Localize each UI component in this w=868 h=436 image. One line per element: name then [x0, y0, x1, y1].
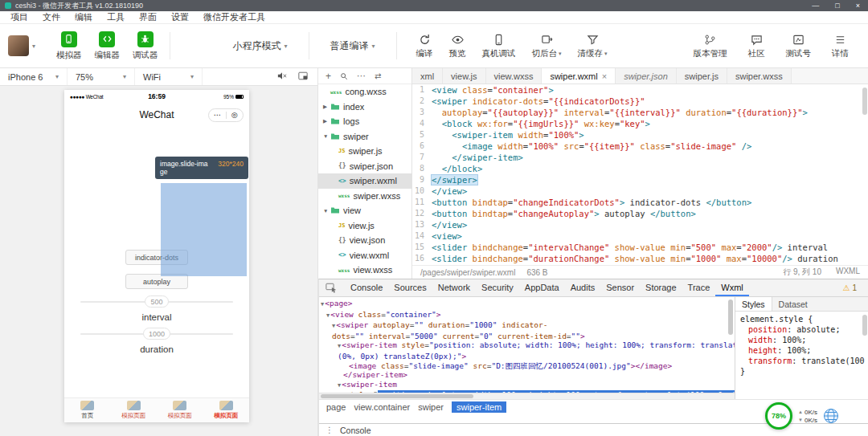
- devtools-tab-console[interactable]: Console: [345, 279, 388, 296]
- wxml-node-line-1[interactable]: ▼<page>: [319, 299, 735, 310]
- search-icon[interactable]: [340, 72, 348, 80]
- devtools-tab-appdata[interactable]: AppData: [519, 279, 565, 296]
- warning-indicator[interactable]: ⚠ 1: [842, 283, 863, 292]
- devtools-tab-security[interactable]: Security: [476, 279, 519, 296]
- inspect-element-icon[interactable]: [326, 283, 338, 294]
- mute-icon[interactable]: [277, 71, 287, 82]
- tree-hscrollbar[interactable]: [319, 393, 735, 399]
- maximize-button[interactable]: □: [835, 2, 839, 10]
- css-selector[interactable]: element.style {: [740, 314, 863, 324]
- file-view.wxss[interactable]: wxssview.wxss: [318, 263, 411, 278]
- network-select[interactable]: WiFi ▾: [135, 68, 203, 85]
- action-community[interactable]: 社区: [748, 33, 765, 59]
- editor-tab-view.js[interactable]: view.js: [443, 68, 485, 84]
- wxml-node-line-5[interactable]: ▼<swiper-item style="position: absolute;…: [319, 340, 735, 352]
- editor-tab-xml[interactable]: xml: [412, 68, 443, 84]
- breadcrumb-view.container[interactable]: view.container: [354, 402, 410, 412]
- file-cong.wxss[interactable]: wxsscong.wxss: [318, 84, 411, 100]
- toggle-debugger[interactable]: 调试器: [133, 31, 158, 61]
- editor-tab-view.wxss[interactable]: view.wxss: [486, 68, 542, 84]
- code-line[interactable]: 1<view class="container">: [412, 84, 862, 96]
- code-line[interactable]: 8 </block>: [412, 163, 862, 174]
- language-mode[interactable]: WXML: [836, 267, 860, 278]
- collapse-icon[interactable]: ⇄: [375, 72, 381, 80]
- wxml-node-line-4[interactable]: dots="" interval="5000" current="0" curr…: [319, 332, 735, 341]
- file-swiper.js[interactable]: JSswiper.js: [318, 144, 411, 159]
- file-view.wxml[interactable]: <>view.wxml: [318, 248, 411, 263]
- wxml-node-line-9[interactable]: ▼<swiper-item: [319, 380, 735, 391]
- code-line[interactable]: 15<slider bindchange="intervalChange" sh…: [412, 242, 862, 253]
- close-button[interactable]: ×: [856, 2, 860, 10]
- code-area[interactable]: 1<view class="container">2<swiper indica…: [412, 84, 862, 265]
- styles-tab-dataset[interactable]: Dataset: [772, 297, 814, 311]
- menubar-item-2[interactable]: 文件: [35, 11, 68, 23]
- more-icon[interactable]: ⋯: [357, 71, 366, 80]
- css-property[interactable]: transform: translate(100: [740, 356, 863, 366]
- code-line[interactable]: 6 <image width="100%" src="{{item}}" cla…: [412, 141, 862, 152]
- tree-hscroll-thumb[interactable]: [321, 394, 473, 398]
- minimize-button[interactable]: —: [812, 2, 819, 10]
- menubar-item-1[interactable]: 项目: [3, 11, 35, 23]
- code-line[interactable]: 10</view>: [412, 185, 862, 197]
- file-swiper.json[interactable]: {}swiper.json: [318, 159, 411, 174]
- device-select[interactable]: iPhone 6 ▾: [0, 68, 68, 85]
- code-line[interactable]: 11<button bindtap="changeIndicatorDots">…: [412, 197, 862, 208]
- action-remote-debug[interactable]: 真机调试: [482, 33, 516, 59]
- slider-value[interactable]: 500: [145, 295, 169, 308]
- wxml-node-line-3[interactable]: ▼<swiper autoplay="" duration="1000" ind…: [319, 320, 735, 332]
- tabbar-item-4[interactable]: 模拟页面: [203, 398, 250, 422]
- code-line[interactable]: 3 autoplay="{{autoplay}}" interval="{{in…: [412, 107, 862, 118]
- editor-tab-swiper.wxml[interactable]: swiper.wxml×: [542, 68, 616, 84]
- screenshot-icon[interactable]: [298, 71, 308, 82]
- devtools-tab-trace[interactable]: Trace: [682, 279, 716, 296]
- action-version-control[interactable]: 版本管理: [694, 33, 727, 59]
- file-swiper[interactable]: ▼swiper: [318, 129, 411, 145]
- devtools-tab-network[interactable]: Network: [432, 279, 476, 296]
- tree-scrollbar[interactable]: [728, 299, 733, 335]
- css-property[interactable]: height: 100%;: [740, 345, 863, 356]
- code-line[interactable]: 9</swiper>: [412, 174, 862, 185]
- tabbar-item-1[interactable]: 首页: [64, 398, 111, 422]
- drawer-menu-icon[interactable]: ⋮: [326, 426, 334, 434]
- file-view.json[interactable]: {}view.json: [318, 233, 411, 248]
- tabbar-item-3[interactable]: 模拟页面: [157, 398, 203, 422]
- wxml-node-line-7[interactable]: <image class="slide-image" src="D:图四班回忆/…: [319, 361, 735, 371]
- styles-tab-styles[interactable]: Styles: [735, 297, 772, 311]
- code-line[interactable]: 4 <block wx:for="{{imgUrls}}" wx:key="ke…: [412, 118, 862, 129]
- file-view[interactable]: ▼view: [318, 203, 411, 218]
- file-index[interactable]: ▶index: [318, 100, 411, 115]
- menubar-item-5[interactable]: 界面: [132, 11, 164, 23]
- code-line[interactable]: 16<slider bindchange="durationChange" sh…: [412, 253, 862, 264]
- exit-target-icon[interactable]: ◎: [227, 109, 244, 121]
- menubar-item-6[interactable]: 设置: [164, 11, 196, 23]
- breadcrumb-swiper-item[interactable]: swiper-item: [452, 401, 506, 413]
- mode-dropdown[interactable]: 小程序模式 ▾: [223, 39, 297, 53]
- wxml-node-line-8[interactable]: </swiper-item>: [319, 370, 735, 380]
- tabbar-item-2[interactable]: 模拟页面: [111, 398, 158, 422]
- action-background[interactable]: 切后台▾: [532, 33, 562, 59]
- breadcrumb-page[interactable]: page: [326, 402, 346, 412]
- file-logs[interactable]: ▶logs: [318, 114, 411, 129]
- code-line[interactable]: 14<view>: [412, 230, 862, 242]
- code-line[interactable]: 2<swiper indicator-dots="{{indicatorDots…: [412, 96, 862, 107]
- editor-tab-swiper.js[interactable]: swiper.js: [677, 68, 727, 84]
- code-line[interactable]: 5 <swiper-item width="100%">: [412, 129, 862, 141]
- editor-scrollbar[interactable]: [862, 88, 867, 115]
- editor-tab-swiper.json[interactable]: swiper.json: [616, 68, 677, 84]
- toggle-simulator[interactable]: 模拟器: [56, 31, 82, 61]
- action-details[interactable]: 详情: [832, 33, 849, 59]
- devtools-tab-sources[interactable]: Sources: [388, 279, 432, 296]
- wxml-node-line-6[interactable]: (0%, 0px) translateZ(0px);">: [319, 352, 735, 361]
- styles-scrollbar[interactable]: [862, 315, 867, 336]
- action-test-account[interactable]: 测试号: [786, 33, 812, 59]
- breadcrumb-swiper[interactable]: swiper: [418, 402, 444, 412]
- drawer-console-tab[interactable]: Console: [340, 426, 371, 435]
- action-compile[interactable]: 编译: [416, 33, 433, 59]
- file-view.js[interactable]: JSview.js: [318, 218, 411, 234]
- devtools-tab-audits[interactable]: Audits: [565, 279, 601, 296]
- close-tab-icon[interactable]: ×: [602, 71, 607, 81]
- file-swiper.wxss[interactable]: wxssswiper.wxss: [318, 189, 411, 204]
- file-swiper.wxml[interactable]: <>swiper.wxml: [318, 173, 411, 189]
- code-line[interactable]: 7 </swiper-item>: [412, 152, 862, 163]
- zoom-select[interactable]: 75% ▾: [68, 68, 135, 85]
